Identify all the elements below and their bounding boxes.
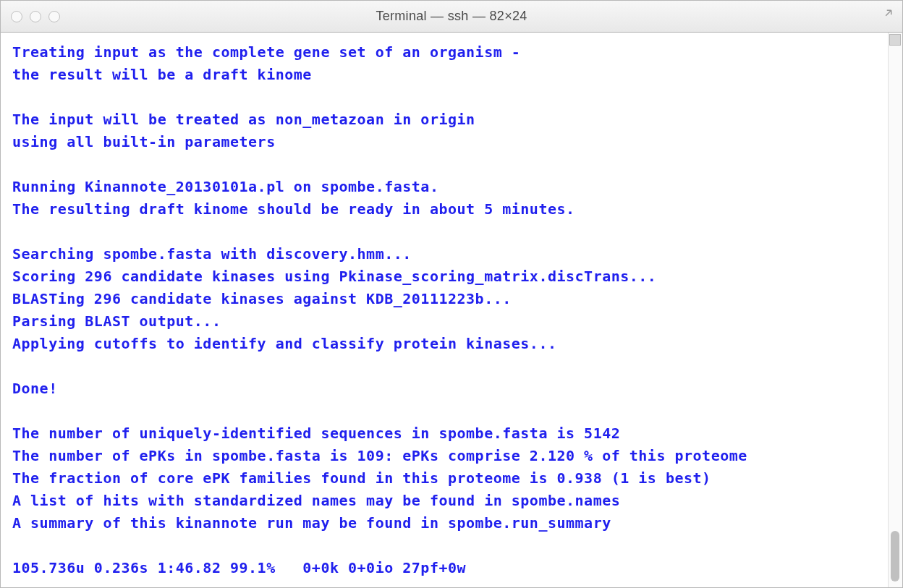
terminal-line <box>12 534 876 557</box>
terminal-line: the result will be a draft kinome <box>12 64 876 86</box>
zoom-button[interactable] <box>48 11 60 22</box>
close-button[interactable] <box>11 11 22 22</box>
terminal-body: Treating input as the complete gene set … <box>1 33 902 587</box>
traffic-lights <box>11 11 60 22</box>
window-title: Terminal — ssh — 82×24 <box>9 9 894 24</box>
terminal-line <box>12 355 876 378</box>
terminal-line: A summary of this kinannote run may be f… <box>12 512 876 534</box>
scroll-indicator <box>889 34 901 46</box>
terminal-window: Terminal — ssh — 82×24 Treating input as… <box>0 0 903 588</box>
terminal-line: The input will be treated as non_metazoa… <box>12 108 876 131</box>
terminal-line: The resulting draft kinome should be rea… <box>12 198 876 221</box>
terminal-output[interactable]: Treating input as the complete gene set … <box>1 33 888 587</box>
terminal-line: Scoring 296 candidate kinases using Pkin… <box>12 265 876 288</box>
terminal-line <box>12 86 876 108</box>
terminal-line: Treating input as the complete gene set … <box>12 41 876 64</box>
scrollbar-thumb[interactable] <box>891 531 899 581</box>
terminal-line: Done! <box>12 378 876 400</box>
terminal-line <box>12 221 876 243</box>
terminal-line: BLASTing 296 candidate kinases against K… <box>12 288 876 310</box>
terminal-line: Applying cutoffs to identify and classif… <box>12 333 876 355</box>
titlebar[interactable]: Terminal — ssh — 82×24 <box>1 1 902 33</box>
terminal-line: The number of ePKs in spombe.fasta is 10… <box>12 445 876 467</box>
terminal-line: 105.736u 0.236s 1:46.82 99.1% 0+0k 0+0io… <box>12 557 876 579</box>
terminal-line: A list of hits with standardized names m… <box>12 490 876 512</box>
scrollbar-track[interactable] <box>888 33 902 587</box>
terminal-line: The number of uniquely-identified sequen… <box>12 422 876 445</box>
terminal-line: Searching spombe.fasta with discovery.hm… <box>12 243 876 265</box>
terminal-line: Running Kinannote_20130101a.pl on spombe… <box>12 176 876 198</box>
terminal-line: using all built-in parameters <box>12 131 876 153</box>
terminal-line: The fraction of core ePK families found … <box>12 467 876 490</box>
terminal-line <box>12 153 876 176</box>
minimize-button[interactable] <box>30 11 41 22</box>
expand-icon[interactable] <box>882 7 895 20</box>
terminal-line: Parsing BLAST output... <box>12 310 876 333</box>
terminal-line <box>12 400 876 422</box>
